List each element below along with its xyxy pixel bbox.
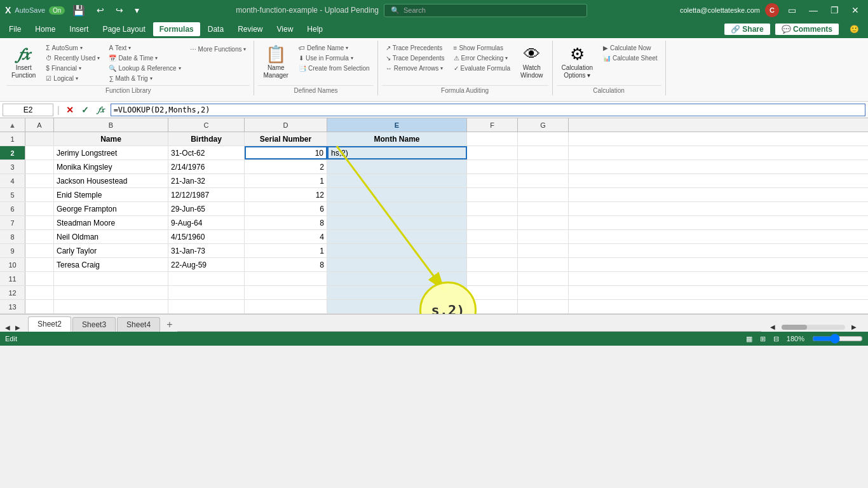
cell-b9[interactable]: Carly Taylor <box>54 244 168 257</box>
cell-a11[interactable] <box>25 272 54 285</box>
cell-d5[interactable]: 12 <box>245 188 327 201</box>
col-header-b[interactable]: B <box>54 118 168 132</box>
cell-c6[interactable]: 29-Jun-65 <box>168 202 245 215</box>
fx-button[interactable]: 𝑓𝑥 <box>94 105 108 115</box>
menu-view[interactable]: View <box>271 22 300 36</box>
recently-used-button[interactable]: ⏱ Recently Used ▾ <box>42 53 104 63</box>
sheet-tab-sheet4[interactable]: Sheet4 <box>117 317 160 332</box>
cell-c7[interactable]: 9-Aug-64 <box>168 216 245 229</box>
cell-e2[interactable]: hs,2) <box>327 146 467 159</box>
date-time-button[interactable]: 📅 Date & Time ▾ <box>105 53 161 63</box>
horizontal-scroll-right[interactable]: ▶ <box>848 322 860 332</box>
cell-f9[interactable] <box>467 244 518 257</box>
search-bar[interactable]: 🔍 Search <box>384 4 587 17</box>
cell-e6[interactable] <box>327 202 467 215</box>
menu-review[interactable]: Review <box>231 22 269 36</box>
view-normal-icon[interactable]: ▦ <box>746 335 752 343</box>
cell-d9[interactable]: 1 <box>245 244 327 257</box>
cell-c3[interactable]: 2/14/1976 <box>168 160 245 173</box>
cell-d1[interactable]: Serial Number <box>245 132 327 146</box>
cell-f7[interactable] <box>467 216 518 229</box>
cell-c10[interactable]: 22-Aug-59 <box>168 258 245 271</box>
lookup-reference-button[interactable]: 🔍 Lookup & Reference ▾ <box>105 64 184 73</box>
cell-a8[interactable] <box>25 230 54 243</box>
row-num-12[interactable]: 12 <box>0 286 25 299</box>
cell-a6[interactable] <box>25 202 54 215</box>
cell-g2[interactable] <box>518 146 569 159</box>
cell-e3[interactable] <box>327 160 467 173</box>
error-checking-button[interactable]: ⚠ Error Checking ▾ <box>450 53 512 63</box>
row-num-3[interactable]: 3 <box>0 160 25 173</box>
cell-e12[interactable] <box>327 286 467 299</box>
show-formulas-button[interactable]: ≡ Show Formulas <box>450 43 507 53</box>
row-num-10[interactable]: 10 <box>0 258 25 271</box>
cell-f5[interactable] <box>467 188 518 201</box>
col-header-d[interactable]: D <box>245 118 327 132</box>
cell-f10[interactable] <box>467 258 518 271</box>
cell-a12[interactable] <box>25 286 54 299</box>
cell-f4[interactable] <box>467 174 518 187</box>
cell-f2[interactable] <box>467 146 518 159</box>
row-num-13[interactable]: 13 <box>0 300 25 313</box>
cell-e9[interactable] <box>327 244 467 257</box>
user-avatar[interactable]: C <box>765 3 779 17</box>
name-manager-button[interactable]: 📋 NameManager <box>258 43 293 82</box>
calculation-options-button[interactable]: ⚙ CalculationOptions ▾ <box>557 43 598 82</box>
cell-c12[interactable] <box>168 286 245 299</box>
cell-e13[interactable] <box>327 300 467 313</box>
cell-e10[interactable] <box>327 258 467 271</box>
cell-a9[interactable] <box>25 244 54 257</box>
emoji-button[interactable]: 🙂 <box>843 22 865 36</box>
cell-b12[interactable] <box>54 286 168 299</box>
col-header-c[interactable]: C <box>168 118 245 132</box>
cell-b1[interactable]: Name <box>54 132 168 146</box>
cell-e11[interactable] <box>327 272 467 285</box>
share-button[interactable]: 🔗 Share <box>724 23 771 36</box>
comments-button[interactable]: 💬 Comments <box>775 23 839 36</box>
cell-d8[interactable]: 4 <box>245 230 327 243</box>
horizontal-scroll-left[interactable]: ◀ <box>766 322 779 332</box>
cell-d3[interactable]: 2 <box>245 160 327 173</box>
autosave-toggle[interactable]: On <box>49 6 65 15</box>
cell-g9[interactable] <box>518 244 569 257</box>
cell-d10[interactable]: 8 <box>245 258 327 271</box>
cell-c9[interactable]: 31-Jan-73 <box>168 244 245 257</box>
cell-b4[interactable]: Jackson Housestead <box>54 174 168 187</box>
row-num-4[interactable]: 4 <box>0 174 25 187</box>
cell-d4[interactable]: 1 <box>245 174 327 187</box>
trace-precedents-button[interactable]: ↗ Trace Precedents <box>382 43 447 53</box>
cell-c13[interactable] <box>168 300 245 313</box>
evaluate-formula-button[interactable]: ✓ Evaluate Formula <box>450 64 514 73</box>
name-box[interactable] <box>3 104 53 116</box>
cell-d11[interactable] <box>245 272 327 285</box>
close-button[interactable]: ✕ <box>848 4 863 17</box>
cell-g6[interactable] <box>518 202 569 215</box>
sheet-scroll-left[interactable]: ◀ <box>3 323 13 332</box>
cell-f1[interactable] <box>467 132 518 146</box>
cell-f6[interactable] <box>467 202 518 215</box>
view-layout-icon[interactable]: ⊞ <box>760 335 766 343</box>
minimize-button[interactable]: — <box>805 4 822 17</box>
cell-c4[interactable]: 21-Jan-32 <box>168 174 245 187</box>
row-num-5[interactable]: 5 <box>0 188 25 201</box>
row-num-2[interactable]: 2 <box>0 146 25 159</box>
menu-file[interactable]: File <box>3 22 27 36</box>
cell-b8[interactable]: Neil Oldman <box>54 230 168 243</box>
restore-button[interactable]: ❐ <box>827 4 843 17</box>
redo-button[interactable]: ↪ <box>112 4 127 17</box>
undo-button[interactable]: ↩ <box>93 4 108 17</box>
cell-e8[interactable] <box>327 230 467 243</box>
sheet-scroll-right[interactable]: ▶ <box>13 323 23 332</box>
menu-formulas[interactable]: Formulas <box>153 22 200 36</box>
menu-data[interactable]: Data <box>201 22 230 36</box>
cell-g1[interactable] <box>518 132 569 146</box>
cell-b5[interactable]: Enid Stemple <box>54 188 168 201</box>
cell-c5[interactable]: 12/12/1987 <box>168 188 245 201</box>
cell-a4[interactable] <box>25 174 54 187</box>
col-header-g[interactable]: G <box>518 118 569 132</box>
use-in-formula-button[interactable]: ⬇ Use in Formula ▾ <box>295 53 357 63</box>
row-num-9[interactable]: 9 <box>0 244 25 257</box>
cell-d6[interactable]: 6 <box>245 202 327 215</box>
cell-e1[interactable]: Month Name <box>327 132 467 146</box>
cell-c8[interactable]: 4/15/1960 <box>168 230 245 243</box>
